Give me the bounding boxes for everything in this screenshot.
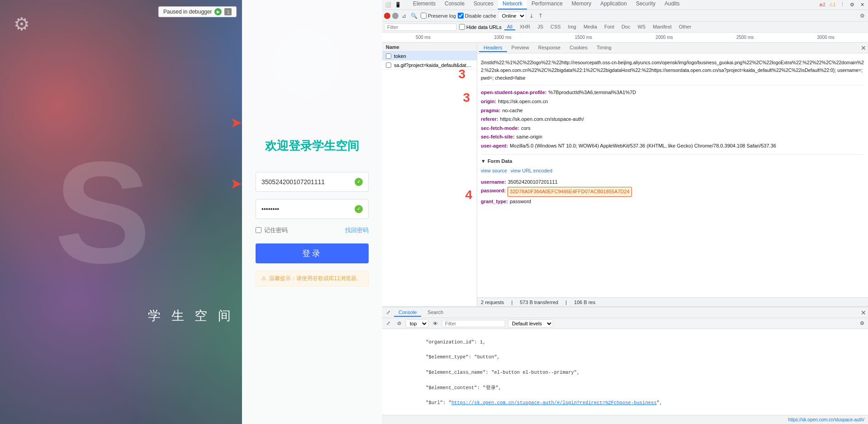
filter-xhr[interactable]: XHR [517,24,533,30]
debugger-banner: Paused in debugger ▶ ⤵ [158,6,237,17]
request-item-sagif[interactable]: sa.gif?project=kaida_default&data=eyJ... [382,61,477,70]
tab-sources[interactable]: Sources [469,0,498,10]
tab-application[interactable]: Application [596,0,631,10]
filter-row: Hide data URLs All XHR JS CSS Img Media … [382,22,868,33]
username-input[interactable] [261,178,355,186]
debugger-step-button[interactable]: ⤵ [224,8,232,15]
hide-data-urls-text: Hide data URLs [466,24,502,30]
devtools-panel: ⬜ 📱 Elements Console Sources Network Per… [382,0,868,424]
bottom-close-btn[interactable]: ✕ [861,309,866,316]
detail-tab-preview[interactable]: Preview [507,44,534,52]
search-icon[interactable]: 🔍 [409,12,419,20]
console-line-2: "$element_type": "button", [414,354,500,360]
form-grant-key: grant_type: [481,198,508,206]
bottom-status-bar: https://sk.open.com.cn/stuspace-auth/ [382,415,868,424]
tab-console[interactable]: Console [440,0,469,10]
warning-icon: ⚠ [261,275,266,281]
filter-ws[interactable]: WS [635,24,648,30]
throttle-select[interactable]: Online [498,12,526,20]
detail-tabs: Headers Preview Response Cookies Timing … [477,43,868,53]
hide-data-urls-checkbox[interactable] [459,24,465,30]
hide-data-urls-label[interactable]: Hide data URLs [459,24,502,30]
console-filter-input[interactable] [442,320,505,327]
devtools-topbar: ⬜ 📱 Elements Console Sources Network Per… [382,0,868,10]
student-space-label: 学 生 空 间 [148,307,234,324]
detail-tab-cookies[interactable]: Cookies [565,44,592,52]
detail-tab-timing[interactable]: Timing [592,44,616,52]
preserve-log-checkbox[interactable] [421,13,427,19]
marker-3000: 3000 ms [817,35,835,40]
filter-other[interactable]: Other [676,24,694,30]
export-icon[interactable]: ⤒ [537,12,544,20]
import-icon[interactable]: ⤓ [528,12,535,20]
bottom-tab-console[interactable]: Console [394,309,421,317]
context-select[interactable]: top [406,319,428,328]
request-list-panel: Name token sa.gif?project=kaida_default&… [382,43,477,306]
request-checkbox-sagif[interactable] [386,62,391,68]
remember-me-label[interactable]: 记住密码 [256,226,288,234]
request-item-token[interactable]: token [382,52,477,61]
network-status-bar: 2 requests | 573 B transferred | 106 B r… [477,297,868,306]
filter-all[interactable]: All [504,24,515,30]
view-url-encoded-link[interactable]: view URL encoded [511,167,552,175]
marker-1000: 1000 ms [494,35,511,40]
record-button[interactable] [384,13,390,19]
error-count: ⊗2 [818,1,826,9]
bottom-expand-icon[interactable]: ⤢ [384,309,392,317]
eye-icon[interactable]: 👁 [431,319,439,328]
filter-input[interactable] [384,24,456,31]
filter-manifest[interactable]: Manifest [650,24,674,30]
disable-cache-label[interactable]: Disable cache [458,13,496,19]
login-button[interactable]: 登录 [256,243,369,263]
settings-gear[interactable]: ⚙ [859,12,866,20]
filter-img[interactable]: Img [565,24,579,30]
filter-font[interactable]: Font [602,24,617,30]
tab-security[interactable]: Security [631,0,660,10]
filter-css[interactable]: CSS [548,24,564,30]
filter-js[interactable]: JS [535,24,546,30]
console-json-block: "organization_id": 1, "$element_type": "… [386,331,864,415]
disable-cache-checkbox[interactable] [458,13,464,19]
tab-elements[interactable]: Elements [408,0,440,10]
status-requests: 2 requests [481,300,504,305]
console-settings-icon[interactable]: ⚙ [858,319,866,328]
settings-icon[interactable]: ⚙ [848,1,856,9]
tab-performance[interactable]: Performance [527,0,567,10]
gear-icon: ⚙ [14,14,36,36]
marker-2000: 2000 ms [655,35,673,40]
detail-close-btn[interactable]: ✕ [861,44,866,52]
bottom-toolbar-stop[interactable]: ⊘ [395,319,403,328]
header-key-pragma: pragma: [481,107,500,115]
stop-button[interactable] [392,13,398,19]
status-resources: 106 B res [574,300,595,305]
preserve-log-text: Preserve log [428,13,456,19]
bottom-tab-search[interactable]: Search [423,309,448,317]
filter-doc[interactable]: Doc [619,24,633,30]
filter-icon[interactable]: ⊿ [400,12,408,20]
console-line-3: "$element_class_name": "el-button el-but… [414,370,579,375]
header-sec-fetch-mode: sec-fetch-mode: cors [481,124,864,133]
close-icon[interactable]: ✕ [858,1,866,9]
debugger-play-button[interactable]: ▶ [214,8,222,15]
inspect-icon[interactable]: ⬜ [384,1,392,9]
forget-password-link[interactable]: 找回密码 [345,226,369,234]
request-checkbox-token[interactable] [386,53,391,59]
log-levels-select[interactable]: Default levels [508,319,553,328]
tab-audits[interactable]: Audits [660,0,684,10]
console-line-1: "organization_id": 1, [414,339,486,345]
filter-media[interactable]: Media [581,24,600,30]
preserve-log-label[interactable]: Preserve log [421,13,456,19]
remember-checkbox[interactable] [256,227,261,233]
password-input[interactable] [261,205,355,213]
tab-network[interactable]: Network [498,0,527,10]
detail-tab-headers[interactable]: Headers [479,44,507,52]
filter-type-tags: All XHR JS CSS Img Media Font Doc WS Man… [504,24,694,30]
detail-tab-response[interactable]: Response [534,44,565,52]
header-val-ua: Mozilla/5.0 (Windows NT 10.0; WOW64) App… [510,142,776,150]
more-icon[interactable]: ⋮ [838,1,846,9]
view-source-link[interactable]: view source [481,167,507,175]
bottom-toolbar-expand[interactable]: ⤢ [384,319,392,328]
tab-memory[interactable]: Memory [567,0,596,10]
device-icon[interactable]: 📱 [394,1,402,9]
console-url-link[interactable]: https://sk.open.com.cn/stuspace-auth/#/l… [451,400,657,405]
